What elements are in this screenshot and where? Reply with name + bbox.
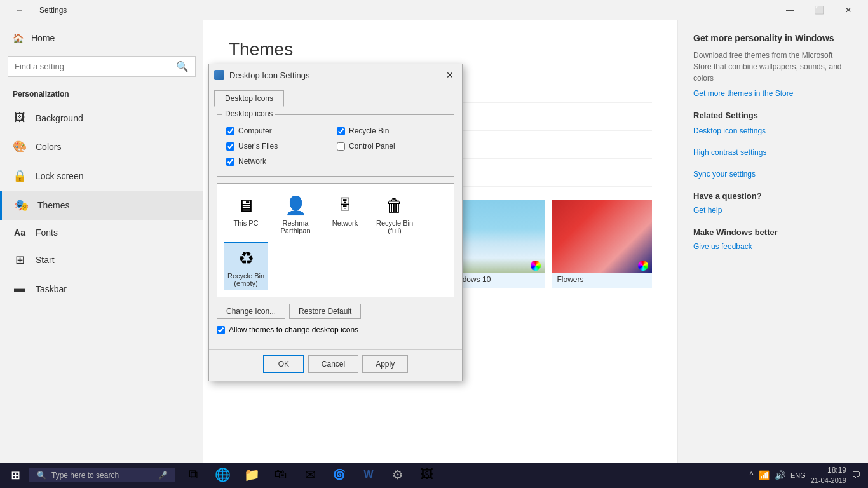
related-link-sync[interactable]: Sync your settings [693, 170, 853, 179]
desktop-icons-group-label: Desktop icons [222, 109, 275, 118]
sidebar-item-background[interactable]: 🖼 Background [0, 104, 203, 132]
icon-action-buttons: Change Icon... Restore Default [217, 304, 454, 319]
sidebar-item-colors[interactable]: 🎨 Colors [0, 132, 203, 161]
icon-item-this-pc[interactable]: 🖥 This PC [224, 190, 268, 237]
taskbar-date-value: 21-04-2019 [811, 476, 846, 485]
sidebar-item-label: Lock screen [36, 171, 83, 181]
dialog-tab-desktop-icons[interactable]: Desktop Icons [214, 90, 284, 107]
taskbar-app-store[interactable]: 🛍 [267, 463, 295, 488]
icon-item-recycle-empty[interactable]: ♻ Recycle Bin (empty) [224, 242, 268, 290]
sidebar: 🏠 Home 🔍 Personalization 🖼 Background 🎨 … [0, 20, 203, 463]
allow-themes-checkbox[interactable] [217, 326, 225, 334]
color-dot-windows10 [531, 261, 541, 271]
recycle-empty-label: Recycle Bin (empty) [227, 272, 265, 287]
taskbar-app-settings[interactable]: ⚙ [384, 463, 412, 488]
personalization-label: Personalization [0, 82, 203, 104]
cancel-button[interactable]: Cancel [308, 355, 358, 373]
taskbar-time[interactable]: 18:19 21-04-2019 [811, 466, 846, 485]
sidebar-item-taskbar[interactable]: ▬ Taskbar [0, 274, 203, 303]
recycle-full-icon: 🗑 [382, 193, 407, 218]
tray-volume-icon[interactable]: 🔊 [775, 470, 785, 480]
taskbar-search-text: Type here to search [51, 471, 119, 480]
related-link-desktop-icon[interactable]: Desktop icon settings [693, 126, 853, 135]
checkbox-computer-input[interactable] [226, 127, 234, 135]
sidebar-item-label: Fonts [36, 227, 58, 238]
checkbox-users-files-input[interactable] [226, 142, 234, 151]
sidebar-item-lock-screen[interactable]: 🔒 Lock screen [0, 161, 203, 191]
title-bar: ← Settings — ⬜ ✕ [0, 0, 868, 20]
fonts-icon: Aa [13, 227, 27, 238]
taskbar-search-box[interactable]: 🔍 Type here to search 🎤 [29, 468, 175, 482]
sidebar-item-label: Start [36, 255, 55, 265]
sidebar-item-start[interactable]: ⊞ Start [0, 245, 203, 274]
maximize-button[interactable]: ⬜ [804, 0, 834, 20]
taskbar-app-mail[interactable]: ✉ [296, 463, 324, 488]
recycle-full-label: Recycle Bin (full) [375, 219, 414, 234]
this-pc-icon: 🖥 [233, 193, 259, 218]
icon-item-reshma[interactable]: 👤 Reshma Parthipan [273, 190, 318, 237]
search-box: 🔍 [8, 56, 196, 77]
change-icon-button[interactable]: Change Icon... [217, 304, 285, 319]
tray-notification-icon[interactable]: 🗨 [851, 470, 860, 480]
related-link-high-contrast[interactable]: High contrast settings [693, 148, 853, 157]
checkbox-recycle-bin-input[interactable] [337, 127, 345, 135]
restore-default-button[interactable]: Restore Default [289, 304, 361, 319]
theme-thumb-flowers-label: Flowers [552, 273, 653, 287]
close-button[interactable]: ✕ [834, 0, 863, 20]
taskbar-app-word[interactable]: W [355, 463, 383, 488]
taskbar: ⊞ 🔍 Type here to search 🎤 ⧉ 🌐 📁 🛍 ✉ 🌀 W … [0, 463, 868, 488]
get-help-link[interactable]: Get help [693, 206, 853, 215]
checkbox-computer: Computer [226, 126, 334, 135]
dialog-tabs: Desktop Icons [209, 86, 462, 107]
sidebar-item-home[interactable]: 🏠 Home [0, 25, 203, 51]
back-button[interactable]: ← [5, 0, 34, 20]
dialog-close-button[interactable]: ✕ [443, 68, 457, 82]
sidebar-item-themes[interactable]: 🎭 Themes [0, 191, 203, 220]
checkbox-recycle-bin-label: Recycle Bin [349, 126, 389, 135]
this-pc-label: This PC [233, 219, 258, 227]
theme-thumb-flowers[interactable]: Flowers 6 images [552, 200, 653, 288]
taskbar-app-edge[interactable]: 🌐 [208, 463, 236, 488]
recycle-empty-icon: ♻ [233, 245, 259, 271]
icon-preview-area: 🖥 This PC 👤 Reshma Parthipan 🗄 Network 🗑… [217, 183, 454, 297]
sidebar-item-fonts[interactable]: Aa Fonts [0, 220, 203, 245]
taskbar-app-task-view[interactable]: ⧉ [179, 463, 207, 488]
checkbox-users-files: User's Files [226, 142, 334, 151]
taskbar-tray: ^ 📶 🔊 ENG 18:19 21-04-2019 🗨 [744, 466, 865, 485]
related-title: Related Settings [693, 111, 853, 120]
start-button[interactable]: ⊞ [3, 463, 28, 488]
checkbox-network-input[interactable] [226, 158, 234, 166]
dialog-icon [214, 70, 224, 80]
icon-item-recycle-full[interactable]: 🗑 Recycle Bin (full) [372, 190, 417, 237]
desktop-icon-settings-dialog: Desktop Icon Settings ✕ Desktop Icons De… [208, 64, 463, 381]
checkbox-network: Network [226, 157, 334, 166]
taskbar-app-photos[interactable]: 🖼 [413, 463, 441, 488]
lock-icon: 🔒 [13, 169, 27, 183]
colors-icon: 🎨 [13, 140, 27, 154]
taskbar-app-chrome[interactable]: 🌀 [325, 463, 353, 488]
promo-desc: Download free themes from the Microsoft … [693, 50, 853, 84]
promo-title: Get more personality in Windows [693, 33, 853, 43]
checkboxes-grid: Computer Recycle Bin User's Files Contro… [226, 126, 445, 170]
tray-expand-icon[interactable]: ^ [749, 470, 754, 480]
title-bar-left: ← Settings [5, 0, 67, 20]
tray-lang[interactable]: ENG [790, 471, 806, 479]
make-better-title: Make Windows better [693, 227, 853, 237]
search-input[interactable] [15, 62, 171, 71]
promo-link[interactable]: Get more themes in the Store [693, 89, 853, 98]
checkbox-computer-label: Computer [238, 126, 272, 135]
desktop-icons-group: Desktop icons Computer Recycle Bin User'… [217, 114, 454, 177]
minimize-button[interactable]: — [775, 0, 804, 20]
apply-button[interactable]: Apply [362, 355, 408, 373]
checkbox-control-panel-input[interactable] [337, 142, 345, 151]
home-icon: 🏠 [13, 33, 24, 43]
sidebar-item-label: Colors [36, 142, 61, 152]
taskbar-mic-icon: 🎤 [158, 471, 168, 480]
allow-themes-label: Allow themes to change desktop icons [229, 325, 358, 334]
ok-button[interactable]: OK [263, 355, 304, 373]
taskbar-app-file-explorer[interactable]: 📁 [238, 463, 266, 488]
taskbar-search-icon: 🔍 [37, 471, 46, 480]
feedback-link[interactable]: Give us feedback [693, 242, 853, 251]
tray-wifi-icon[interactable]: 📶 [759, 470, 770, 480]
icon-item-network[interactable]: 🗄 Network [323, 190, 367, 237]
